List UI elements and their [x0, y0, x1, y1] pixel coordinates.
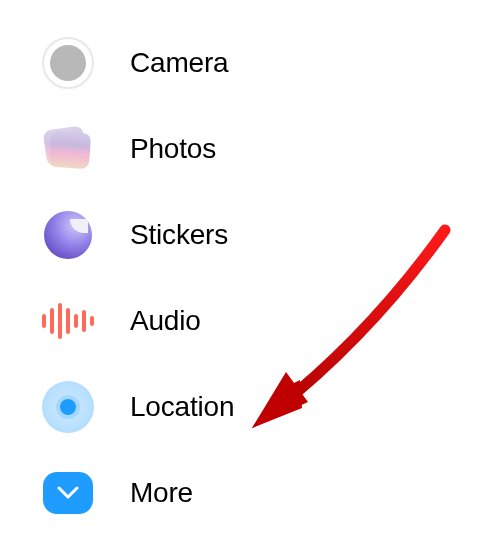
- location-icon: [42, 381, 94, 433]
- attachment-menu: Camera Photos Stickers Audio Location: [0, 0, 500, 536]
- chevron-down-icon: [42, 467, 94, 519]
- camera-label: Camera: [130, 47, 228, 79]
- audio-label: Audio: [130, 305, 201, 337]
- stickers-icon: [42, 209, 94, 261]
- camera-item[interactable]: Camera: [42, 20, 500, 106]
- audio-item[interactable]: Audio: [42, 278, 500, 364]
- photos-label: Photos: [130, 133, 216, 165]
- camera-icon: [42, 37, 94, 89]
- photos-item[interactable]: Photos: [42, 106, 500, 192]
- more-label: More: [130, 477, 193, 509]
- more-item[interactable]: More: [42, 450, 500, 536]
- location-label: Location: [130, 391, 234, 423]
- stickers-label: Stickers: [130, 219, 228, 251]
- location-item[interactable]: Location: [42, 364, 500, 450]
- audio-icon: [42, 295, 94, 347]
- photos-icon: [42, 123, 94, 175]
- stickers-item[interactable]: Stickers: [42, 192, 500, 278]
